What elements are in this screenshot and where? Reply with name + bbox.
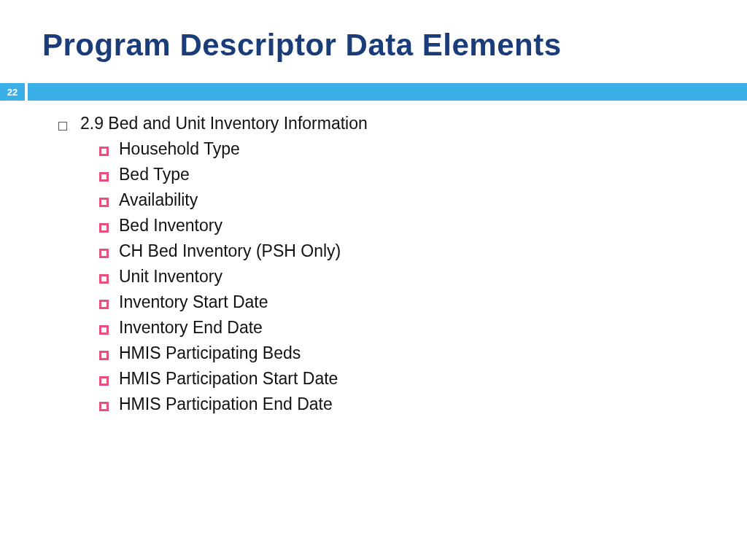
square-hollow-icon [99,172,109,182]
list-item: Inventory End Date [99,318,747,338]
sub-bullet-text: Household Type [119,139,240,159]
square-hollow-icon [99,351,109,360]
list-item: Bed Inventory [99,216,747,236]
list-item: HMIS Participation End Date [99,394,747,414]
square-hollow-icon [99,198,109,207]
sub-bullet-text: Bed Inventory [119,216,222,236]
sub-bullet-text: Inventory Start Date [119,292,268,312]
sub-bullet-text: Bed Type [119,165,190,184]
square-outline-icon [58,122,67,131]
square-hollow-icon [99,249,109,258]
sub-bullet-text: HMIS Participation End Date [119,394,333,414]
list-item: Bed Type [99,165,747,184]
bar-stripe [28,83,747,101]
sub-bullet-text: CH Bed Inventory (PSH Only) [119,241,341,261]
square-hollow-icon [99,300,109,309]
slide-title: Program Descriptor Data Elements [0,0,747,63]
sub-bullet-text: HMIS Participation Start Date [119,369,338,389]
square-hollow-icon [99,376,109,386]
sub-bullet-text: Inventory End Date [119,318,263,338]
list-item: Household Type [99,139,747,159]
sub-bullet-list: Household TypeBed TypeAvailabilityBed In… [58,139,747,414]
list-item: Inventory Start Date [99,292,747,312]
list-item: Unit Inventory [99,267,747,287]
page-number: 22 [0,83,25,101]
square-hollow-icon [99,325,109,335]
list-item: Availability [99,190,747,210]
sub-bullet-text: HMIS Participating Beds [119,343,301,363]
sub-bullet-text: Availability [119,190,198,210]
list-item: CH Bed Inventory (PSH Only) [99,241,747,261]
list-item: HMIS Participation Start Date [99,369,747,389]
main-bullet-text: 2.9 Bed and Unit Inventory Information [80,114,368,133]
square-hollow-icon [99,402,109,411]
accent-bar: 22 [0,83,747,101]
square-hollow-icon [99,223,109,233]
sub-bullet-text: Unit Inventory [119,267,222,287]
square-hollow-icon [99,147,109,156]
square-hollow-icon [99,274,109,284]
content-area: 2.9 Bed and Unit Inventory Information H… [0,101,747,414]
list-item: HMIS Participating Beds [99,343,747,363]
list-item-main: 2.9 Bed and Unit Inventory Information [58,114,747,133]
